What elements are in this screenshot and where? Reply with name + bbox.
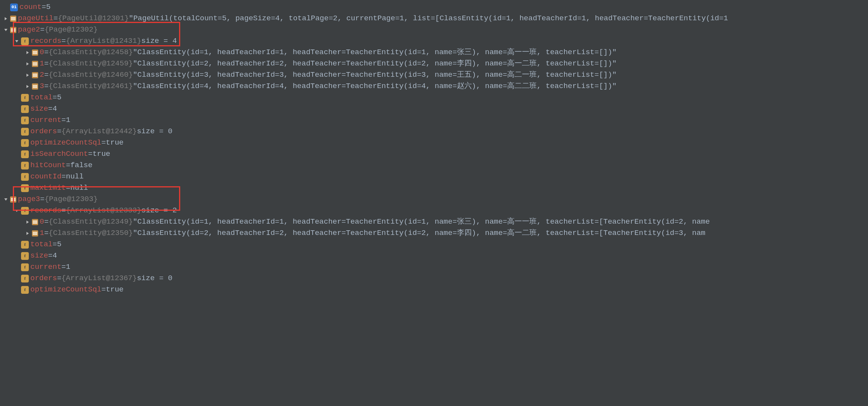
variable-type: {ArrayList@12431} [66, 35, 141, 47]
tree-row[interactable]: 2 = {ClassEntity@12460} "ClassEntity(id=… [2, 69, 868, 81]
expand-arrow-right-icon[interactable] [24, 220, 31, 224]
variable-name: current [30, 115, 61, 126]
equals-sign: = [44, 81, 48, 92]
object-icon [10, 16, 16, 22]
equals-sign: = [40, 194, 44, 205]
tree-row[interactable]: foptimizeCountSql = true [2, 137, 868, 148]
variable-value: true [93, 148, 111, 160]
expand-arrow-right-icon[interactable] [24, 73, 31, 77]
equals-sign: = [101, 284, 105, 295]
variable-value: "ClassEntity(id=3, headTeacherId=3, head… [133, 69, 617, 81]
field-icon: f [21, 173, 29, 181]
tree-row[interactable]: fisSearchCount = true [2, 148, 868, 160]
equals-sign: = [61, 261, 66, 273]
variable-name: pageUtil [18, 13, 53, 24]
tree-row[interactable]: pageUtil = {PageUtil@12301} "PageUtil(to… [2, 13, 868, 24]
field-icon: f [21, 150, 29, 158]
variable-value: true [106, 137, 124, 148]
tree-row[interactable]: 1 = {ClassEntity@12459} "ClassEntity(id=… [2, 58, 868, 69]
field-icon: f [21, 252, 29, 260]
variable-type: {PageUtil@12301} [58, 13, 129, 24]
object-icon [32, 219, 38, 225]
variable-name: 0 [40, 47, 44, 58]
equals-sign: = [44, 228, 48, 239]
tree-row[interactable]: fcurrent = 1 [2, 261, 868, 273]
expand-arrow-down-icon[interactable] [2, 28, 9, 32]
tree-row[interactable]: fcurrent = 1 [2, 115, 868, 126]
equals-sign: = [66, 160, 70, 171]
expand-arrow-right-icon[interactable] [24, 62, 31, 66]
tree-row[interactable]: foptimizeCountSql = true [2, 284, 868, 295]
variable-name: records [30, 205, 61, 216]
expand-arrow-right-icon[interactable] [2, 17, 9, 21]
tree-row[interactable]: fcountId = null [2, 171, 868, 182]
variable-name: 1 [40, 58, 44, 69]
variable-type: {ClassEntity@12459} [49, 58, 133, 69]
tree-row[interactable]: 3 = {ClassEntity@12461} "ClassEntity(id=… [2, 81, 868, 92]
equals-sign: = [66, 182, 70, 194]
tree-row[interactable]: page3 = {Page@12303} [2, 194, 868, 205]
expand-arrow-down-icon[interactable] [13, 209, 20, 213]
tree-row[interactable]: forders = {ArrayList@12442} size = 0 [2, 126, 868, 137]
object-icon [32, 49, 38, 56]
variable-name: 2 [40, 69, 44, 81]
tree-row[interactable]: page2 = {Page@12302} [2, 24, 868, 35]
tree-row[interactable]: forders = {ArrayList@12367} size = 0 [2, 273, 868, 284]
variable-name: hitCount [30, 160, 66, 171]
variable-name: current [30, 261, 61, 273]
variable-value: "ClassEntity(id=4, headTeacherId=4, head… [133, 81, 617, 92]
expand-arrow-down-icon[interactable] [13, 39, 20, 43]
tree-row[interactable]: fsize = 4 [2, 103, 868, 115]
object-icon [32, 83, 38, 90]
tree-row[interactable]: 0 = {ClassEntity@12458} "ClassEntity(id=… [2, 47, 868, 58]
debugger-variables-tree[interactable]: 01count = 5pageUtil = {PageUtil@12301} "… [2, 2, 868, 295]
variable-value: "ClassEntity(id=1, headTeacherId=1, head… [133, 216, 710, 228]
equals-sign: = [88, 148, 92, 160]
field-icon: f [21, 241, 29, 249]
variable-type: {ArrayList@12333} [66, 205, 141, 216]
variable-value: size = 0 [137, 273, 172, 284]
equals-sign: = [53, 92, 57, 103]
equals-sign: = [40, 24, 44, 35]
object-icon [10, 27, 16, 33]
tree-row[interactable]: 0 = {ClassEntity@12349} "ClassEntity(id=… [2, 216, 868, 228]
tree-row[interactable]: ftotal = 5 [2, 239, 868, 250]
variable-value: 5 [57, 239, 61, 250]
field-icon: f [21, 94, 29, 102]
variable-type: {Page@12302} [44, 24, 98, 35]
expand-arrow-right-icon[interactable] [24, 231, 31, 235]
tree-row[interactable]: 01count = 5 [2, 2, 868, 13]
variable-name: orders [30, 273, 57, 284]
tree-row[interactable]: 1 = {ClassEntity@12350} "ClassEntity(id=… [2, 228, 868, 239]
variable-value: 5 [57, 92, 61, 103]
variable-name: optimizeCountSql [30, 284, 101, 295]
field-icon: f [21, 162, 29, 169]
tree-row[interactable]: frecords = {ArrayList@12431} size = 4 [2, 35, 868, 47]
tree-row[interactable]: fsize = 4 [2, 250, 868, 261]
object-icon [32, 72, 38, 78]
variable-name: size [30, 103, 48, 115]
equals-sign: = [53, 13, 58, 24]
variable-name: orders [30, 126, 57, 137]
variable-name: 3 [40, 81, 44, 92]
variable-name: 1 [40, 228, 44, 239]
expand-arrow-right-icon[interactable] [24, 85, 31, 88]
variable-type: {ArrayList@12367} [61, 273, 137, 284]
expand-arrow-right-icon[interactable] [24, 51, 31, 55]
tree-row[interactable]: fmaxLimit = null [2, 182, 868, 194]
equals-sign: = [57, 126, 61, 137]
equals-sign: = [61, 205, 66, 216]
variable-name: size [30, 250, 48, 261]
tree-row[interactable]: ftotal = 5 [2, 92, 868, 103]
variable-name: isSearchCount [30, 148, 88, 160]
variable-value: 1 [66, 115, 70, 126]
equals-sign: = [48, 250, 53, 261]
expand-arrow-down-icon[interactable] [2, 198, 9, 201]
object-icon [32, 230, 38, 237]
variable-value: 5 [46, 2, 50, 13]
variable-name: total [30, 239, 53, 250]
tree-row[interactable]: fhitCount = false [2, 160, 868, 171]
tree-row[interactable]: frecords = {ArrayList@12333} size = 2 [2, 205, 868, 216]
variable-type: {ClassEntity@12461} [49, 81, 133, 92]
variable-type: {ClassEntity@12349} [49, 216, 133, 228]
